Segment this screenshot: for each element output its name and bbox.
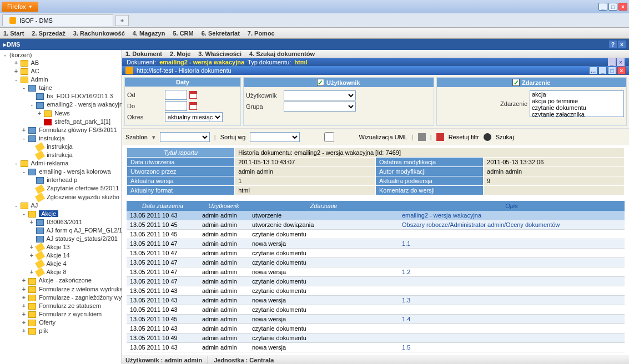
menu-item[interactable]: 4. Magazyn: [133, 30, 165, 37]
toggle-icon[interactable]: +: [29, 219, 34, 225]
toggle-icon[interactable]: +: [21, 311, 27, 317]
doc-menu-item[interactable]: 4. Szukaj dokumentów: [249, 50, 315, 57]
toggle-icon[interactable]: +: [29, 244, 34, 250]
tree-item[interactable]: Zapytanie ofertowe 5/2011: [1, 184, 120, 193]
toggle-icon[interactable]: -: [21, 168, 27, 175]
toggle-icon[interactable]: +: [13, 68, 19, 74]
toggle-icon[interactable]: +: [21, 302, 27, 309]
toggle-icon[interactable]: +: [13, 59, 19, 66]
toggle-icon[interactable]: -: [21, 84, 27, 91]
toggle-icon[interactable]: +: [21, 319, 27, 326]
toggle-icon[interactable]: +: [37, 110, 42, 117]
tree-item[interactable]: instrukcja: [1, 143, 120, 151]
table-row[interactable]: 13.05 2011 10 49admin adminczytanie doku…: [127, 333, 625, 343]
maximize-button[interactable]: □: [608, 3, 617, 11]
search-icon[interactable]: [484, 133, 491, 141]
reset-icon[interactable]: [436, 133, 444, 141]
tree-item[interactable]: + Formularz główny FS/3/2011: [1, 126, 120, 134]
tree-item[interactable]: - Admin: [1, 75, 120, 84]
menu-item[interactable]: 3. Rachunkowość: [73, 30, 125, 37]
toggle-icon[interactable]: +: [21, 294, 27, 301]
tree-item[interactable]: + Formularz ze statusem: [1, 302, 120, 310]
table-row[interactable]: 13.05 2011 10 45admin adminczytanie doku…: [127, 230, 625, 239]
toggle-icon[interactable]: [29, 143, 34, 150]
tree-item[interactable]: - Admi-reklama: [1, 159, 120, 168]
tree-item[interactable]: + Akcje 8: [1, 268, 120, 276]
checkbox-icon[interactable]: ✓: [512, 79, 520, 86]
reset-label[interactable]: Resetuj filtr: [449, 134, 479, 140]
to-input[interactable]: [165, 101, 187, 111]
toggle-icon[interactable]: +: [21, 327, 27, 334]
doc-menu-item[interactable]: 2. Moje: [170, 50, 190, 57]
tree-item[interactable]: + plik: [1, 327, 120, 335]
group-select[interactable]: [284, 102, 356, 112]
col-desc[interactable]: Opis: [399, 201, 625, 211]
toggle-icon[interactable]: -: [13, 160, 19, 166]
close-button[interactable]: ×: [617, 67, 626, 74]
toggle-icon[interactable]: -: [13, 76, 19, 83]
table-row[interactable]: 13.05 2011 10 43admin adminutworzenieema…: [127, 211, 625, 220]
tree-item[interactable]: + AC: [1, 67, 120, 75]
checkbox-icon[interactable]: ✓: [317, 79, 324, 86]
table-row[interactable]: 13.05 2011 10 43admin adminnowa wersja1.…: [127, 343, 625, 352]
close-panel-icon[interactable]: ×: [618, 41, 626, 48]
tree-item[interactable]: - emailing2 - wersja wakacyjna: [1, 100, 120, 109]
tree-item[interactable]: - tajne: [1, 84, 120, 92]
list-item[interactable]: akcja po terminie: [530, 98, 623, 104]
toggle-icon[interactable]: +: [29, 269, 34, 275]
tree-item[interactable]: + 030063/2011: [1, 218, 120, 226]
tree-item[interactable]: Akcje 4: [1, 260, 120, 268]
tree-item[interactable]: Zgłoszenie wyjazdu służbo: [1, 193, 120, 201]
close-icon[interactable]: ×: [617, 58, 625, 66]
table-row[interactable]: 13.05 2011 10 43admin adminczytanie doku…: [127, 286, 625, 296]
maximize-button[interactable]: □: [608, 67, 616, 74]
menu-item[interactable]: 5. CRM: [173, 30, 193, 37]
tree-item[interactable]: + Formularz z wycrukiem: [1, 310, 120, 318]
list-item[interactable]: czytanie dokumentu: [530, 104, 623, 111]
table-row[interactable]: 13.05 2011 10 47admin adminnowa wersja1.…: [127, 239, 625, 249]
menu-item[interactable]: 7. Pomoc: [248, 30, 275, 37]
toggle-icon[interactable]: -: [21, 135, 27, 141]
print-icon[interactable]: [418, 133, 426, 141]
calendar-icon[interactable]: [189, 91, 197, 99]
toggle-icon[interactable]: +: [21, 127, 27, 133]
col-event[interactable]: Zdarzenie: [249, 201, 399, 211]
event-listbox[interactable]: akcjaakcja po terminieczytanie dokumentu…: [530, 90, 624, 117]
doc-menu-item[interactable]: 1. Dokument: [125, 50, 162, 57]
tree-item[interactable]: + Oferty: [1, 318, 120, 327]
menu-item[interactable]: 1. Start: [3, 30, 24, 37]
dots-icon[interactable]: …: [589, 67, 597, 74]
minimize-button[interactable]: _: [598, 3, 607, 11]
tree-item[interactable]: - instrukcja: [1, 134, 120, 143]
toggle-icon[interactable]: +: [29, 252, 34, 259]
close-button[interactable]: ×: [618, 3, 627, 11]
col-user[interactable]: Użytkownik: [199, 201, 249, 211]
table-row[interactable]: 13.05 2011 10 43admin adminczytanie doku…: [127, 324, 625, 333]
table-row[interactable]: 10.05 2011 10 43admin adminczytanie doku…: [127, 305, 625, 315]
toggle-icon[interactable]: [29, 185, 34, 191]
table-row[interactable]: 13.05 2011 10 47admin adminczytanie doku…: [127, 277, 625, 286]
list-item[interactable]: czytanie załącznika: [530, 111, 623, 117]
tree-item[interactable]: + Akcje - zakończone: [1, 276, 120, 285]
tree-item[interactable]: + Formularze z wieloma wydruka: [1, 285, 120, 294]
table-row[interactable]: 13.05 2011 10 45admin adminnowa wersja1.…: [127, 315, 625, 324]
toggle-icon[interactable]: +: [21, 286, 27, 292]
table-row[interactable]: 13.05 2011 10 47admin adminczytanie doku…: [127, 258, 625, 267]
tree-item[interactable]: - AJ: [1, 201, 120, 210]
tree-panel[interactable]: - (korzeń) + AB+ AC- Admin- tajne bs_FDO…: [0, 50, 122, 364]
toggle-icon[interactable]: [37, 118, 42, 125]
toggle-icon[interactable]: [29, 176, 34, 183]
toggle-icon[interactable]: [29, 194, 34, 200]
toggle-icon[interactable]: [29, 260, 34, 267]
tree-item[interactable]: + Formularze - zagnieżdżony wyc: [1, 294, 120, 302]
table-row[interactable]: 13.05 2011 10 43admin adminnowa wersja1.…: [127, 296, 625, 305]
calendar-icon[interactable]: [189, 102, 197, 110]
doc-menu-item[interactable]: 3. Właściwości: [198, 50, 241, 57]
list-item[interactable]: akcja: [530, 91, 623, 98]
tree-item[interactable]: + Akcje 13: [1, 243, 120, 251]
toggle-icon[interactable]: [29, 235, 34, 242]
tree-item[interactable]: - emailing - wersja kolorowa: [1, 168, 120, 176]
table-row[interactable]: 13.05 2011 10 47admin adminnowa wersja1.…: [127, 267, 625, 277]
toggle-icon[interactable]: -: [13, 202, 19, 209]
menu-item[interactable]: 6. Sekretariat: [202, 30, 240, 37]
